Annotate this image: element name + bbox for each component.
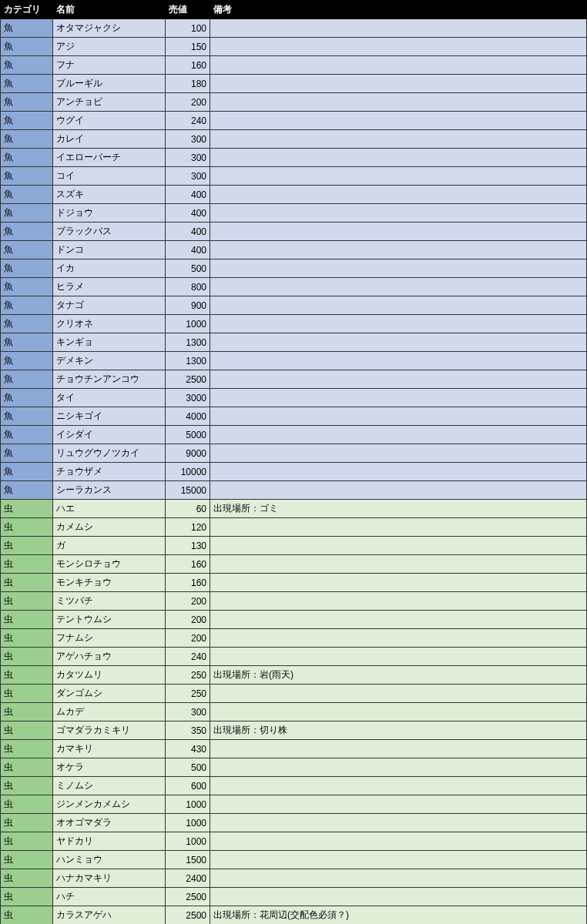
cell-price: 1300 — [166, 352, 210, 370]
table-row: 魚チョウチンアンコウ2500 — [1, 370, 587, 389]
table-row: 虫ガ130 — [1, 537, 587, 555]
table-row: 魚ウグイ240 — [1, 112, 587, 130]
cell-name: オオゴマダラ — [53, 814, 166, 832]
table-row: 虫ハチ2500 — [1, 888, 587, 906]
cell-note — [210, 19, 587, 38]
table-row: 虫オケラ500 — [1, 758, 587, 777]
cell-category: 虫 — [1, 555, 53, 574]
cell-note: 出現場所：花周辺(交配色必須？) — [210, 906, 587, 925]
cell-price: 4000 — [166, 407, 210, 426]
cell-name: イカ — [53, 259, 166, 278]
cell-category: 虫 — [1, 611, 53, 629]
cell-name: テントウムシ — [53, 611, 166, 629]
cell-name: アゲハチョウ — [53, 648, 166, 666]
cell-name: ニシキゴイ — [53, 407, 166, 426]
cell-category: 虫 — [1, 906, 53, 925]
cell-note — [210, 685, 587, 703]
table-row: 魚アジ150 — [1, 38, 587, 56]
cell-note — [210, 740, 587, 758]
cell-category: 魚 — [1, 481, 53, 500]
cell-category: 魚 — [1, 186, 53, 204]
cell-note: 出現場所：切り株 — [210, 721, 587, 740]
table-row: 虫ハエ60出現場所：ゴミ — [1, 500, 587, 518]
cell-note — [210, 481, 587, 500]
cell-note — [210, 869, 587, 888]
cell-price: 200 — [166, 93, 210, 112]
table-row: 魚リュウグウノツカイ9000 — [1, 444, 587, 463]
cell-price: 430 — [166, 740, 210, 758]
cell-category: 虫 — [1, 721, 53, 740]
table-row: 魚クリオネ1000 — [1, 315, 587, 333]
table-row: 魚イシダイ5000 — [1, 426, 587, 444]
table-row: 魚ニシキゴイ4000 — [1, 407, 587, 426]
table-row: 虫アゲハチョウ240 — [1, 648, 587, 666]
cell-category: 魚 — [1, 204, 53, 223]
cell-note — [210, 463, 587, 481]
cell-category: 魚 — [1, 407, 53, 426]
header-note: 備考 — [210, 1, 587, 19]
cell-category: 魚 — [1, 296, 53, 315]
cell-category: 魚 — [1, 167, 53, 186]
table-row: 魚キンギョ1300 — [1, 333, 587, 352]
cell-price: 300 — [166, 703, 210, 721]
cell-note — [210, 370, 587, 389]
cell-price: 500 — [166, 758, 210, 777]
cell-category: 魚 — [1, 352, 53, 370]
cell-note — [210, 592, 587, 611]
cell-price: 500 — [166, 259, 210, 278]
cell-category: 虫 — [1, 629, 53, 648]
cell-name: タイ — [53, 389, 166, 407]
cell-price: 2500 — [166, 906, 210, 925]
cell-price: 600 — [166, 777, 210, 795]
cell-price: 3000 — [166, 389, 210, 407]
cell-note — [210, 611, 587, 629]
cell-name: ヒラメ — [53, 278, 166, 296]
table-row: 虫ハナカマキリ2400 — [1, 869, 587, 888]
cell-note — [210, 795, 587, 814]
cell-note — [210, 389, 587, 407]
cell-price: 300 — [166, 149, 210, 167]
cell-name: ブルーギル — [53, 75, 166, 93]
cell-note — [210, 352, 587, 370]
cell-category: 虫 — [1, 685, 53, 703]
cell-price: 10000 — [166, 463, 210, 481]
table-row: 魚ブラックバス400 — [1, 223, 587, 241]
cell-name: アジ — [53, 38, 166, 56]
table-row: 虫ジンメンカメムシ1000 — [1, 795, 587, 814]
cell-name: キンギョ — [53, 333, 166, 352]
cell-name: ハエ — [53, 500, 166, 518]
cell-category: 魚 — [1, 19, 53, 38]
cell-name: フナ — [53, 56, 166, 75]
cell-category: 虫 — [1, 888, 53, 906]
cell-name: カラスアゲハ — [53, 906, 166, 925]
cell-note — [210, 518, 587, 537]
cell-category: 虫 — [1, 592, 53, 611]
table-row: 魚コイ300 — [1, 167, 587, 186]
cell-note — [210, 426, 587, 444]
header-price: 売値 — [166, 1, 210, 19]
cell-category: 虫 — [1, 740, 53, 758]
cell-name: イシダイ — [53, 426, 166, 444]
cell-category: 虫 — [1, 832, 53, 851]
cell-name: チョウチンアンコウ — [53, 370, 166, 389]
cell-name: ハチ — [53, 888, 166, 906]
table-row: 虫ミツバチ200 — [1, 592, 587, 611]
cell-category: 虫 — [1, 703, 53, 721]
table-row: 虫ゴマダラカミキリ350出現場所：切り株 — [1, 721, 587, 740]
cell-category: 魚 — [1, 389, 53, 407]
cell-price: 250 — [166, 685, 210, 703]
cell-price: 800 — [166, 278, 210, 296]
cell-category: 虫 — [1, 518, 53, 537]
cell-note — [210, 888, 587, 906]
cell-name: カタツムリ — [53, 666, 166, 685]
table-row: 虫ミノムシ600 — [1, 777, 587, 795]
cell-note — [210, 75, 587, 93]
table-row: 魚ブルーギル180 — [1, 75, 587, 93]
cell-price: 900 — [166, 296, 210, 315]
cell-note — [210, 204, 587, 223]
cell-price: 400 — [166, 241, 210, 259]
cell-price: 9000 — [166, 444, 210, 463]
cell-name: チョウザメ — [53, 463, 166, 481]
table-row: 虫モンキチョウ160 — [1, 574, 587, 592]
cell-note — [210, 333, 587, 352]
